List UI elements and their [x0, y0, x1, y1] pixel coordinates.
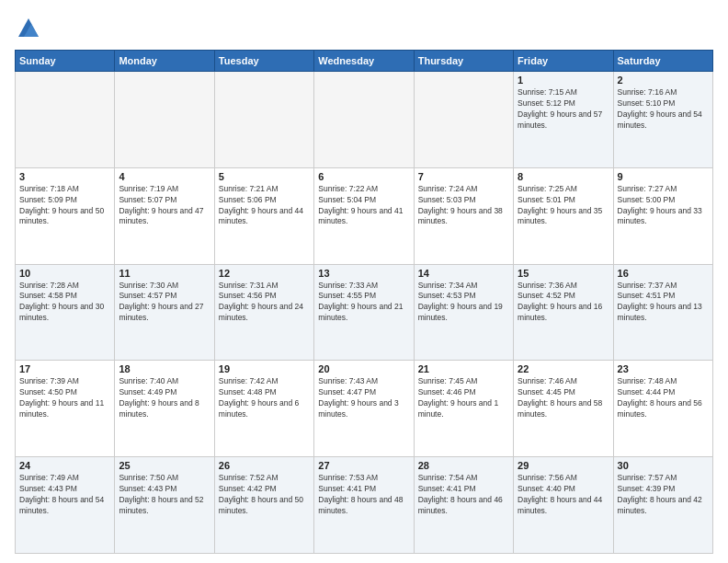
- calendar-cell: 30Sunrise: 7:57 AMSunset: 4:39 PMDayligh…: [613, 457, 712, 554]
- calendar-cell: 9Sunrise: 7:27 AMSunset: 5:00 PMDaylight…: [613, 167, 712, 264]
- day-info: Sunrise: 7:54 AMSunset: 4:41 PMDaylight:…: [418, 473, 509, 517]
- calendar-cell: 5Sunrise: 7:21 AMSunset: 5:06 PMDaylight…: [214, 167, 313, 264]
- day-number: 16: [618, 268, 709, 279]
- weekday-header: Thursday: [414, 51, 513, 72]
- calendar-cell: 7Sunrise: 7:24 AMSunset: 5:03 PMDaylight…: [414, 167, 513, 264]
- day-number: 27: [318, 460, 409, 471]
- day-info: Sunrise: 7:45 AMSunset: 4:46 PMDaylight:…: [418, 376, 509, 420]
- day-info: Sunrise: 7:53 AMSunset: 4:41 PMDaylight:…: [318, 473, 409, 517]
- day-info: Sunrise: 7:19 AMSunset: 5:07 PMDaylight:…: [119, 184, 210, 228]
- day-info: Sunrise: 7:21 AMSunset: 5:06 PMDaylight:…: [219, 184, 310, 228]
- day-info: Sunrise: 7:24 AMSunset: 5:03 PMDaylight:…: [418, 184, 509, 228]
- day-number: 10: [19, 268, 110, 279]
- calendar-cell: [314, 72, 414, 168]
- logo: [15, 15, 44, 42]
- calendar-cell: 2Sunrise: 7:16 AMSunset: 5:10 PMDaylight…: [613, 72, 712, 168]
- calendar-cell: 21Sunrise: 7:45 AMSunset: 4:46 PMDayligh…: [414, 361, 513, 457]
- day-number: 28: [418, 460, 509, 471]
- day-info: Sunrise: 7:25 AMSunset: 5:01 PMDaylight:…: [518, 184, 609, 228]
- calendar-week-row: 17Sunrise: 7:39 AMSunset: 4:50 PMDayligh…: [16, 361, 713, 457]
- day-info: Sunrise: 7:50 AMSunset: 4:43 PMDaylight:…: [119, 473, 210, 517]
- weekday-header: Tuesday: [214, 51, 313, 72]
- day-number: 29: [518, 460, 609, 471]
- day-number: 19: [219, 363, 310, 374]
- calendar-cell: 4Sunrise: 7:19 AMSunset: 5:07 PMDaylight…: [115, 167, 214, 264]
- day-info: Sunrise: 7:40 AMSunset: 4:49 PMDaylight:…: [119, 376, 210, 420]
- calendar-cell: 18Sunrise: 7:40 AMSunset: 4:49 PMDayligh…: [115, 361, 214, 457]
- day-number: 13: [318, 268, 409, 279]
- calendar-cell: 27Sunrise: 7:53 AMSunset: 4:41 PMDayligh…: [314, 457, 414, 554]
- day-info: Sunrise: 7:18 AMSunset: 5:09 PMDaylight:…: [19, 184, 110, 228]
- day-info: Sunrise: 7:43 AMSunset: 4:47 PMDaylight:…: [318, 376, 409, 420]
- day-info: Sunrise: 7:49 AMSunset: 4:43 PMDaylight:…: [19, 473, 110, 517]
- day-number: 6: [318, 171, 409, 182]
- calendar-cell: 20Sunrise: 7:43 AMSunset: 4:47 PMDayligh…: [314, 361, 414, 457]
- calendar-cell: 25Sunrise: 7:50 AMSunset: 4:43 PMDayligh…: [115, 457, 214, 554]
- day-info: Sunrise: 7:22 AMSunset: 5:04 PMDaylight:…: [318, 184, 409, 228]
- calendar-cell: 15Sunrise: 7:36 AMSunset: 4:52 PMDayligh…: [514, 264, 613, 361]
- day-number: 4: [119, 171, 210, 182]
- day-info: Sunrise: 7:52 AMSunset: 4:42 PMDaylight:…: [219, 473, 310, 517]
- day-info: Sunrise: 7:39 AMSunset: 4:50 PMDaylight:…: [19, 376, 110, 420]
- day-number: 30: [618, 460, 709, 471]
- day-number: 14: [418, 268, 509, 279]
- day-number: 23: [618, 363, 709, 374]
- day-number: 5: [219, 171, 310, 182]
- calendar-cell: 3Sunrise: 7:18 AMSunset: 5:09 PMDaylight…: [16, 167, 115, 264]
- calendar-cell: 12Sunrise: 7:31 AMSunset: 4:56 PMDayligh…: [214, 264, 313, 361]
- calendar-cell: 8Sunrise: 7:25 AMSunset: 5:01 PMDaylight…: [514, 167, 613, 264]
- day-number: 1: [518, 75, 609, 86]
- calendar-cell: 10Sunrise: 7:28 AMSunset: 4:58 PMDayligh…: [16, 264, 115, 361]
- calendar-cell: 17Sunrise: 7:39 AMSunset: 4:50 PMDayligh…: [16, 361, 115, 457]
- day-number: 8: [518, 171, 609, 182]
- day-info: Sunrise: 7:34 AMSunset: 4:53 PMDaylight:…: [418, 281, 509, 325]
- day-info: Sunrise: 7:48 AMSunset: 4:44 PMDaylight:…: [618, 376, 709, 420]
- day-number: 22: [518, 363, 609, 374]
- calendar-header-row: SundayMondayTuesdayWednesdayThursdayFrid…: [16, 51, 713, 72]
- calendar-week-row: 10Sunrise: 7:28 AMSunset: 4:58 PMDayligh…: [16, 264, 713, 361]
- day-info: Sunrise: 7:15 AMSunset: 5:12 PMDaylight:…: [518, 87, 609, 132]
- calendar-cell: 14Sunrise: 7:34 AMSunset: 4:53 PMDayligh…: [414, 264, 513, 361]
- calendar-cell: 11Sunrise: 7:30 AMSunset: 4:57 PMDayligh…: [115, 264, 214, 361]
- calendar-cell: 6Sunrise: 7:22 AMSunset: 5:04 PMDaylight…: [314, 167, 414, 264]
- day-number: 2: [618, 75, 709, 86]
- calendar-cell: 28Sunrise: 7:54 AMSunset: 4:41 PMDayligh…: [414, 457, 513, 554]
- day-number: 26: [219, 460, 310, 471]
- calendar-cell: 26Sunrise: 7:52 AMSunset: 4:42 PMDayligh…: [214, 457, 313, 554]
- calendar-cell: 16Sunrise: 7:37 AMSunset: 4:51 PMDayligh…: [613, 264, 712, 361]
- day-number: 24: [19, 460, 110, 471]
- calendar-week-row: 24Sunrise: 7:49 AMSunset: 4:43 PMDayligh…: [16, 457, 713, 554]
- weekday-header: Sunday: [16, 51, 115, 72]
- day-number: 25: [119, 460, 210, 471]
- day-number: 21: [418, 363, 509, 374]
- day-number: 17: [19, 363, 110, 374]
- day-info: Sunrise: 7:16 AMSunset: 5:10 PMDaylight:…: [618, 87, 709, 132]
- day-number: 12: [219, 268, 310, 279]
- day-info: Sunrise: 7:30 AMSunset: 4:57 PMDaylight:…: [119, 281, 210, 325]
- day-info: Sunrise: 7:36 AMSunset: 4:52 PMDaylight:…: [518, 281, 609, 325]
- calendar-cell: 29Sunrise: 7:56 AMSunset: 4:40 PMDayligh…: [514, 457, 613, 554]
- calendar-table: SundayMondayTuesdayWednesdayThursdayFrid…: [15, 50, 713, 554]
- calendar-cell: [214, 72, 313, 168]
- day-info: Sunrise: 7:56 AMSunset: 4:40 PMDaylight:…: [518, 473, 609, 517]
- weekday-header: Saturday: [613, 51, 712, 72]
- weekday-header: Wednesday: [314, 51, 414, 72]
- day-number: 11: [119, 268, 210, 279]
- day-info: Sunrise: 7:27 AMSunset: 5:00 PMDaylight:…: [618, 184, 709, 228]
- day-number: 3: [19, 171, 110, 182]
- day-number: 20: [318, 363, 409, 374]
- calendar-cell: [115, 72, 214, 168]
- calendar-week-row: 3Sunrise: 7:18 AMSunset: 5:09 PMDaylight…: [16, 167, 713, 264]
- calendar-week-row: 1Sunrise: 7:15 AMSunset: 5:12 PMDaylight…: [16, 72, 713, 168]
- calendar-cell: 19Sunrise: 7:42 AMSunset: 4:48 PMDayligh…: [214, 361, 313, 457]
- calendar-cell: 24Sunrise: 7:49 AMSunset: 4:43 PMDayligh…: [16, 457, 115, 554]
- day-number: 7: [418, 171, 509, 182]
- weekday-header: Friday: [514, 51, 613, 72]
- day-info: Sunrise: 7:33 AMSunset: 4:55 PMDaylight:…: [318, 281, 409, 325]
- header: [15, 15, 713, 42]
- day-info: Sunrise: 7:37 AMSunset: 4:51 PMDaylight:…: [618, 281, 709, 325]
- day-number: 15: [518, 268, 609, 279]
- page: SundayMondayTuesdayWednesdayThursdayFrid…: [0, 0, 728, 563]
- day-info: Sunrise: 7:28 AMSunset: 4:58 PMDaylight:…: [19, 281, 110, 325]
- logo-icon: [15, 15, 42, 42]
